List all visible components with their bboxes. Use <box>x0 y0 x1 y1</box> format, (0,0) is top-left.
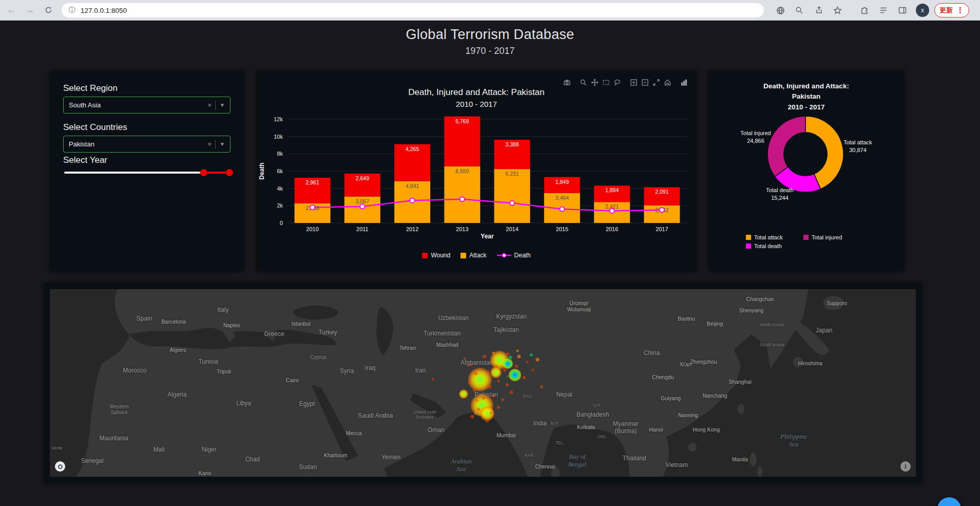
bar-chart-plot[interactable]: 02k4k6k8k10k12k2,9612,26820102,6493,0572… <box>257 114 696 240</box>
url-text[interactable]: 127.0.0.1:8050 <box>81 7 127 14</box>
zoom-out-icon[interactable] <box>640 78 650 87</box>
attack-value-label: 3,464 <box>555 195 569 201</box>
profile-avatar[interactable]: x <box>916 4 929 17</box>
countries-label: Select Countries <box>63 122 127 133</box>
forward-icon[interactable]: → <box>23 3 37 17</box>
chart-logo-icon[interactable] <box>679 78 689 87</box>
death-line-marker[interactable] <box>410 198 415 203</box>
donut-label-total-injured: Total injured 24,866 <box>740 129 771 145</box>
y-tick-label: 10k <box>274 134 283 140</box>
x-tick-label: 2015 <box>556 226 568 232</box>
death-line-marker[interactable] <box>660 208 664 212</box>
site-info-icon[interactable]: ⓘ <box>69 6 75 15</box>
address-bar[interactable]: ⓘ 127.0.0.1:8050 <box>62 3 764 17</box>
donut-chart-panel: Death, Injured and Attack: Pakistan 2010… <box>708 71 904 271</box>
death-line-marker[interactable] <box>360 204 364 209</box>
menu-kebab-icon[interactable]: ⋮ <box>956 6 964 15</box>
reset-axes-icon[interactable] <box>663 78 672 87</box>
countries-dropdown[interactable]: Pakistan × ▼ <box>63 136 230 153</box>
map-panel: SpainBarcelonaItalyNaplesGreeceIstanbulT… <box>44 283 922 483</box>
donut-legend: Total attackTotal injuredTotal death <box>708 234 904 249</box>
side-panel-icon[interactable] <box>896 4 909 16</box>
pan-icon[interactable] <box>590 78 600 87</box>
code-fab-button[interactable]: </> <box>937 497 961 506</box>
x-tick-label: 2016 <box>606 226 618 232</box>
donut-legend-item-total-injured[interactable]: Total injured <box>803 234 861 240</box>
x-tick-label: 2017 <box>656 226 668 232</box>
share-icon[interactable] <box>812 4 824 16</box>
legend-item-wound[interactable]: Wound <box>422 252 450 259</box>
bar-chart-subtitle: 2010 - 2017 <box>257 100 696 108</box>
wound-value-label: 3,388 <box>505 141 518 147</box>
map[interactable]: SpainBarcelonaItalyNaplesGreeceIstanbulT… <box>50 289 916 477</box>
attack-value-label: 4,841 <box>406 183 419 189</box>
zoom-icon[interactable] <box>579 78 588 87</box>
y-tick-label: 12k <box>274 116 283 122</box>
clear-icon[interactable]: × <box>204 101 216 109</box>
box-select-icon[interactable] <box>601 78 611 87</box>
bar-chart-title: Death, Injured and Attack: Pakistan <box>257 87 696 98</box>
extensions-puzzle-icon[interactable] <box>858 4 871 16</box>
page-subtitle: 1970 - 2017 <box>0 46 980 57</box>
map-attribution-info-icon[interactable]: i <box>900 461 911 472</box>
x-tick-label: 2010 <box>306 226 318 232</box>
wound-value-label: 1,894 <box>605 187 619 193</box>
attack-value-label: 6,550 <box>455 168 469 174</box>
donut-slice-total-injured[interactable] <box>767 116 805 177</box>
donut-legend-item-total-attack[interactable]: Total attack <box>746 234 803 240</box>
mapbox-logo[interactable] <box>55 461 65 472</box>
y-tick-label: 0 <box>280 220 283 226</box>
year-label: Select Year <box>63 155 107 165</box>
y-tick-label: 8k <box>277 151 283 157</box>
reload-icon[interactable] <box>41 3 55 17</box>
camera-icon[interactable] <box>562 78 572 87</box>
legend-item-death[interactable]: Death <box>497 252 531 259</box>
x-tick-label: 2011 <box>356 226 369 232</box>
region-value: South Asia <box>69 101 204 109</box>
year-range-slider[interactable] <box>64 168 229 177</box>
reading-list-icon[interactable] <box>877 4 890 16</box>
slider-handle-high[interactable] <box>226 169 233 176</box>
browser-toolbar: ← → ⓘ 127.0.0.1:8050 x 更新 ⋮ <box>0 0 980 21</box>
plotly-modebar <box>562 78 689 87</box>
clear-icon[interactable]: × <box>204 140 216 148</box>
dashboard-page: Global Terrorism Database 1970 - 2017 Se… <box>0 21 980 506</box>
bar-segment-attack[interactable] <box>494 169 530 223</box>
map-landmass <box>50 289 916 477</box>
y-tick-label: 4k <box>277 185 283 192</box>
chevron-down-icon[interactable]: ▼ <box>216 102 225 108</box>
attack-value-label: 6,231 <box>505 171 518 177</box>
wound-value-label: 1,849 <box>555 179 569 185</box>
autoscale-icon[interactable] <box>651 78 661 87</box>
death-line-marker[interactable] <box>560 207 564 212</box>
wound-value-label: 2,649 <box>356 175 369 181</box>
slider-handle-low[interactable] <box>200 169 207 176</box>
x-tick-label: 2012 <box>406 226 418 232</box>
legend-item-attack[interactable]: Attack <box>460 252 486 259</box>
death-line-marker[interactable] <box>610 209 614 213</box>
search-icon[interactable] <box>793 4 805 16</box>
update-label: 更新 <box>939 6 953 15</box>
countries-value: Pakistan <box>69 140 204 148</box>
lasso-icon[interactable] <box>612 78 622 87</box>
wound-value-label: 2,961 <box>305 179 319 185</box>
bar-chart-legend: WoundAttackDeath <box>257 252 696 259</box>
zoom-in-icon[interactable] <box>629 78 639 87</box>
donut-label-total-attack: Total attack 30,874 <box>843 139 872 155</box>
chrome-update-button[interactable]: 更新 ⋮ <box>934 3 969 17</box>
death-line-marker[interactable] <box>310 205 315 210</box>
region-label: Select Region <box>63 83 118 93</box>
bookmark-star-icon[interactable] <box>831 4 843 16</box>
y-tick-label: 2k <box>277 202 283 209</box>
region-dropdown[interactable]: South Asia × ▼ <box>63 97 230 114</box>
death-line-marker[interactable] <box>460 197 465 201</box>
death-line-marker[interactable] <box>510 201 514 205</box>
donut-legend-item-total-death[interactable]: Total death <box>746 243 803 249</box>
bar-segment-attack[interactable] <box>444 166 480 223</box>
donut-label-total-death: Total death 15,244 <box>766 186 794 202</box>
chevron-down-icon[interactable]: ▼ <box>216 141 225 147</box>
translate-icon[interactable] <box>774 4 786 16</box>
y-tick-label: 6k <box>277 168 283 174</box>
controls-panel: Select Region South Asia × ▼ Select Coun… <box>50 71 244 271</box>
back-icon[interactable]: ← <box>4 3 18 17</box>
